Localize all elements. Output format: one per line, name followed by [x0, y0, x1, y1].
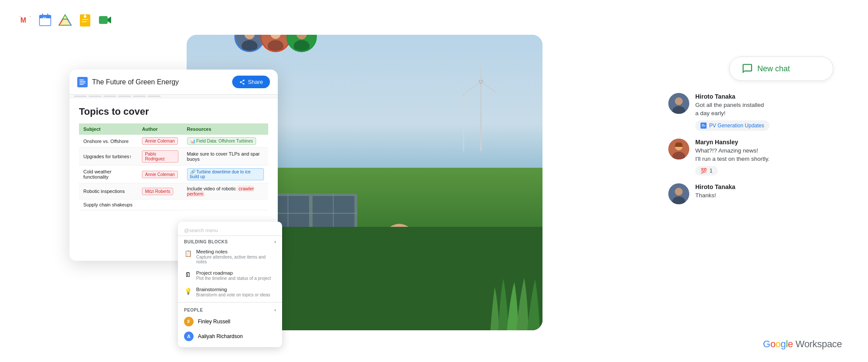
- svg-point-71: [675, 188, 683, 196]
- meet-icon[interactable]: [97, 12, 113, 28]
- meeting-notes-icon: 📋: [184, 249, 192, 257]
- people-section: PEOPLE ›: [178, 304, 282, 314]
- brainstorming-item[interactable]: 💡 Brainstorming Brainstorm and vote on t…: [178, 284, 282, 300]
- svg-line-29: [481, 82, 496, 93]
- svg-text:M: M: [20, 17, 26, 24]
- svg-rect-14: [82, 21, 87, 22]
- brainstorming-icon: 💡: [184, 287, 192, 295]
- avatar-maryn-chat: [668, 139, 689, 159]
- building-blocks-dropdown[interactable]: @search menu BUILDING BLOCKS › 📋 Meeting…: [178, 222, 282, 347]
- building-blocks-section: BUILDING BLOCKS ›: [178, 236, 282, 246]
- svg-marker-9: [59, 15, 71, 25]
- chat-message-2: Maryn Hansley What?!? Amazing news!I'll …: [668, 139, 833, 176]
- keep-icon[interactable]: [77, 12, 93, 28]
- chat-text-1: Got all the panels installeda day early!: [695, 101, 769, 118]
- svg-rect-59: [79, 84, 84, 85]
- calendar-icon[interactable]: 31: [37, 12, 53, 28]
- chat-text-3: Thanks!: [695, 192, 735, 200]
- svg-rect-56: [79, 80, 84, 80]
- svg-text:31: 31: [43, 16, 46, 20]
- svg-line-34: [464, 95, 471, 101]
- svg-point-54: [294, 40, 310, 52]
- share-icon: [239, 79, 245, 85]
- table-row: Robotic inspections Mitzi Roberts Includ…: [79, 183, 268, 199]
- svg-rect-13: [82, 19, 89, 20]
- app-icons-bar: M 31: [17, 12, 113, 28]
- chat-text-2: What?!? Amazing news!I'll run a test on …: [695, 147, 769, 163]
- docs-icon: [77, 77, 88, 87]
- gmail-icon[interactable]: M: [17, 12, 33, 28]
- aaliyah-richardson-item[interactable]: A Aaliyah Richardson: [178, 329, 282, 344]
- docs-table: Subject Author Resources Onshore vs. Off…: [79, 123, 268, 210]
- share-button[interactable]: Share: [232, 76, 270, 88]
- svg-rect-58: [79, 83, 85, 83]
- chat-panel: New chat Hiroto Tanaka Got all the panel…: [668, 56, 833, 204]
- svg-rect-65: [702, 125, 705, 126]
- svg-point-61: [675, 97, 683, 105]
- project-roadmap-icon: 🗓: [184, 271, 192, 279]
- new-chat-icon: [742, 63, 753, 74]
- aaliyah-avatar: A: [184, 332, 194, 341]
- svg-rect-55: [77, 77, 88, 87]
- project-roadmap-item[interactable]: 🗓 Project roadmap Plot the timeline and …: [178, 267, 282, 284]
- sender-name-2: Maryn Hansley: [695, 139, 769, 146]
- sender-name-3: Hiroto Tanaka: [695, 183, 735, 190]
- new-chat-button[interactable]: New chat: [729, 56, 833, 81]
- chat-message-1: Hiroto Tanaka Got all the panels install…: [668, 93, 833, 131]
- google-workspace-logo: Google Workspace: [763, 339, 842, 350]
- docs-content: Topics to cover Subject Author Resources…: [69, 98, 278, 218]
- meeting-notes-item[interactable]: 📋 Meeting notes Capture attendees, activ…: [178, 246, 282, 267]
- col-author: Author: [138, 123, 182, 135]
- col-resources: Resources: [183, 123, 268, 135]
- table-row: Cold weather functionality Annie Coleman…: [79, 166, 268, 183]
- svg-rect-66: [702, 126, 705, 126]
- table-row: Upgrades for turbines↑ Pablo Rodriguez M…: [79, 148, 268, 166]
- topics-heading: Topics to cover: [79, 106, 268, 117]
- svg-rect-57: [79, 81, 85, 82]
- docs-header: The Future of Green Energy Share: [69, 70, 278, 95]
- finley-avatar: F: [184, 317, 194, 326]
- svg-rect-64: [702, 124, 704, 125]
- finley-russell-item[interactable]: F Finley Russell: [178, 314, 282, 329]
- svg-line-28: [466, 82, 481, 93]
- avatar-finley: [286, 35, 317, 52]
- svg-point-51: [268, 40, 284, 52]
- avatars-row: [234, 35, 317, 52]
- avatar-hiroto-chat: [668, 93, 689, 114]
- svg-point-48: [242, 40, 258, 52]
- table-row: Supply chain shakeups: [79, 199, 268, 210]
- drive-icon[interactable]: [57, 12, 73, 28]
- pv-doc-chip[interactable]: PV Generation Updates: [695, 120, 769, 131]
- finley-name: Finley Russell: [198, 319, 230, 325]
- avatar-hiroto-chat-2: [668, 183, 689, 204]
- dropdown-search: @search menu: [178, 225, 282, 236]
- emoji-reaction-chip[interactable]: 💯 1: [695, 166, 718, 176]
- svg-line-33: [456, 95, 464, 101]
- aaliyah-name: Aaliyah Richardson: [198, 333, 243, 339]
- table-row: Onshore vs. Offshore Annie Coleman 📊 Fie…: [79, 135, 268, 148]
- docs-chip-icon: [700, 123, 707, 129]
- main-content-area: The Future of Green Energy Share Topics …: [69, 35, 651, 336]
- chat-messages: Hiroto Tanaka Got all the panels install…: [668, 93, 833, 204]
- chat-message-3: Hiroto Tanaka Thanks!: [668, 183, 833, 204]
- svg-marker-16: [108, 17, 111, 23]
- col-subject: Subject: [79, 123, 138, 135]
- sender-name-1: Hiroto Tanaka: [695, 93, 769, 100]
- docs-title: The Future of Green Energy: [92, 78, 179, 86]
- svg-rect-15: [99, 16, 108, 24]
